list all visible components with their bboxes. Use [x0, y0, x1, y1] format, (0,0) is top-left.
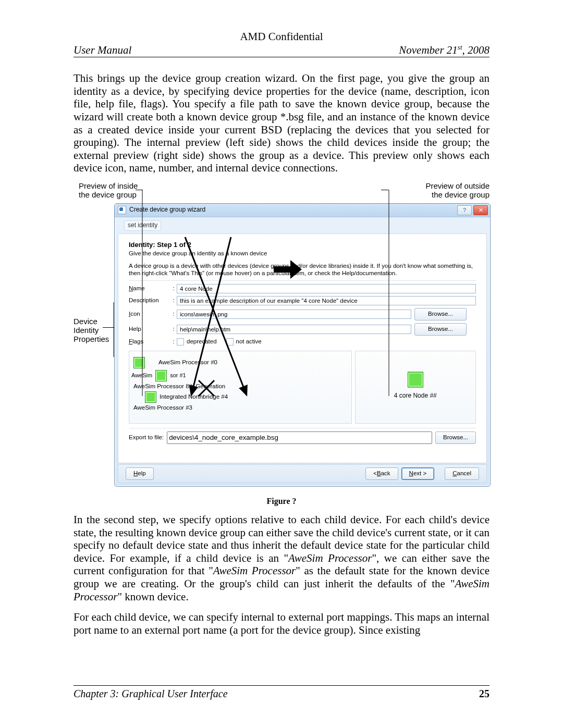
- device-label: AweSim Processor 8th Generation: [133, 383, 225, 390]
- device-icon: [145, 391, 156, 403]
- page-footer: Chapter 3: Graphical User Interface 25: [74, 685, 489, 700]
- help-titlebar-button[interactable]: ?: [457, 205, 472, 215]
- cancel-button[interactable]: Cancel: [445, 467, 479, 480]
- callout-device-identity: Device Identity Properties: [74, 317, 117, 344]
- app-icon: [118, 206, 126, 214]
- date-suffix: , 2008: [462, 44, 490, 56]
- step-set-identity[interactable]: set identity: [124, 220, 161, 231]
- device-label: AweSim Processor #0: [158, 359, 217, 366]
- date-sup: st: [458, 43, 462, 51]
- text-italic: AweSim Processor: [213, 564, 296, 577]
- callout-line: the device group: [79, 190, 154, 199]
- wizard-description: A device group is a device with other de…: [129, 262, 476, 277]
- device-icon: [408, 372, 423, 387]
- leader-line: [136, 190, 143, 190]
- date-prefix: November 21: [399, 44, 458, 56]
- device-label: Integrated Northbridge #4: [160, 393, 228, 400]
- not-active-label: not active: [236, 338, 262, 345]
- leader-line: [381, 190, 388, 190]
- browse-icon-button[interactable]: Browse...: [414, 308, 467, 320]
- wizard-button-bar: Help < Back Next > Cancel: [118, 464, 487, 483]
- close-button[interactable]: ✕: [473, 205, 488, 215]
- label-flags: Flags: [129, 338, 170, 345]
- titlebar: Create device group wizard ? ✕: [115, 204, 490, 217]
- wizard-window: Create device group wizard ? ✕ set ident…: [114, 203, 491, 487]
- text-italic: AweSim Processor: [288, 552, 372, 564]
- paragraph-3: For each child device, we can specify in…: [74, 611, 489, 636]
- header-left: User Manual: [74, 44, 131, 56]
- label-export: Export to file:: [129, 434, 164, 441]
- page-header: User Manual November 21st, 2008: [74, 44, 489, 57]
- help-input[interactable]: [177, 325, 411, 334]
- help-button[interactable]: Help: [126, 467, 154, 480]
- callout-line: Preview of inside: [79, 181, 154, 190]
- device-label: AweSim Processor #3: [133, 404, 192, 411]
- external-device-label: 4 core Node ##: [394, 392, 437, 400]
- browse-help-button[interactable]: Browse...: [414, 323, 467, 336]
- name-input[interactable]: [177, 284, 476, 293]
- leader-line: [103, 327, 114, 328]
- callout-line: Device: [74, 317, 117, 326]
- figure-caption: Figure ?: [74, 497, 489, 506]
- arrow-icon: [274, 260, 302, 279]
- divider: [129, 428, 476, 428]
- awesim-label: AweSim: [131, 372, 152, 379]
- footer-chapter: Chapter 3: Graphical User Interface: [74, 688, 228, 700]
- browse-export-button[interactable]: Browse...: [435, 431, 476, 444]
- callout-line: Preview of outside: [406, 181, 489, 190]
- wizard-diagram: Preview of inside the device group Previ…: [74, 182, 489, 492]
- paragraph-2: In the second step, we specify options r…: [74, 513, 489, 603]
- callout-line: Properties: [74, 335, 117, 343]
- label-description: Description: [129, 297, 170, 304]
- divider: [129, 280, 476, 281]
- text: " known device.: [117, 590, 188, 603]
- wizard-heading: Identity: Step 1 of 2: [129, 241, 476, 249]
- internal-preview-pane: AweSim Processor #0 AweSimsor #1 AweSim …: [129, 351, 352, 424]
- step-indicator-panel: set identity: [120, 217, 196, 231]
- page-number: 25: [479, 688, 489, 700]
- footer-rule: [74, 685, 489, 686]
- label-help: Help: [129, 326, 170, 332]
- description-input[interactable]: [177, 296, 476, 305]
- confidential-header: AMD Confidential: [74, 30, 489, 43]
- wizard-subheading: Give the device group an identity as a k…: [129, 250, 476, 257]
- deprecated-checkbox[interactable]: [177, 338, 184, 346]
- deprecated-label: deprecated: [187, 338, 217, 345]
- export-input[interactable]: [167, 431, 432, 444]
- device-label: sor #1: [170, 372, 186, 379]
- icon-input[interactable]: [177, 310, 411, 319]
- label-name: Name: [129, 285, 170, 292]
- callout-preview-inside: Preview of inside the device group: [79, 181, 154, 200]
- paragraph-1: This brings up the device group creation…: [74, 72, 489, 175]
- header-date: November 21st, 2008: [399, 44, 489, 56]
- callout-line: the device group: [406, 190, 489, 199]
- device-icon: [133, 357, 145, 368]
- device-icon: [155, 370, 167, 381]
- not-active-checkbox[interactable]: [226, 338, 234, 346]
- back-button[interactable]: < Back: [365, 467, 398, 480]
- next-button[interactable]: Next >: [401, 467, 435, 480]
- label-icon: Icon: [129, 311, 170, 317]
- callout-preview-outside: Preview of outside the device group: [406, 181, 489, 200]
- window-title: Create device group wizard: [129, 206, 457, 214]
- wizard-body: Identity: Step 1 of 2 Give the device gr…: [118, 233, 487, 463]
- external-preview-pane: 4 core Node ##: [355, 351, 476, 424]
